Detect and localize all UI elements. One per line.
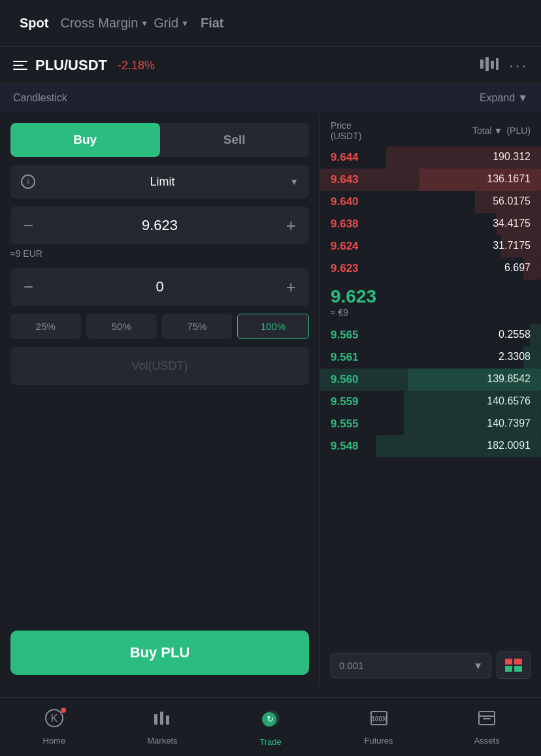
assets-label: Assets <box>474 736 500 746</box>
svg-rect-7 <box>514 666 522 672</box>
more-icon[interactable]: ··· <box>509 56 528 74</box>
order-type-dropdown[interactable]: ▼ <box>289 176 299 187</box>
table-row: 9.640 56.0175 <box>320 191 541 213</box>
nav-tab-home[interactable]: K Home <box>0 698 108 756</box>
ob-header: Price (USDT) Total ▼ (PLU) <box>320 112 541 146</box>
quantity-plus-button[interactable]: + <box>284 274 299 300</box>
nav-spot[interactable]: Spot <box>13 12 55 35</box>
table-row: 9.624 31.7175 <box>320 235 541 257</box>
sell-orders: 9.644 190.312 9.643 136.1671 9.640 56.01… <box>320 146 541 280</box>
candlestick-bar: Candlestick Expand ▼ <box>0 84 541 112</box>
table-row: 9.555 140.7397 <box>320 413 541 435</box>
table-row: 9.638 34.4175 <box>320 213 541 235</box>
bottom-nav: K Home Markets ↻ Trade <box>0 697 541 756</box>
nav-tab-futures[interactable]: 100X Futures <box>325 698 433 756</box>
table-row: 9.623 6.697 <box>320 257 541 280</box>
pct-50-button[interactable]: 50% <box>86 314 157 339</box>
markets-icon <box>153 709 171 732</box>
quantity-input-row: − + <box>10 268 309 306</box>
table-row: 9.559 140.6576 <box>320 391 541 413</box>
table-row: 9.560 139.8542 <box>320 369 541 391</box>
pair-icons: ··· <box>480 56 528 74</box>
trade-label: Trade <box>259 737 281 747</box>
svg-text:100X: 100X <box>371 715 387 723</box>
svg-rect-20 <box>483 718 491 719</box>
buy-plu-button[interactable]: Buy PLU <box>10 631 309 675</box>
hamburger-icon[interactable] <box>13 61 27 70</box>
table-row: 9.561 2.3308 <box>320 346 541 369</box>
buy-sell-tabs: Buy Sell <box>10 123 309 157</box>
chart-icon[interactable] <box>480 57 499 74</box>
buy-tab[interactable]: Buy <box>10 123 160 157</box>
svg-rect-1 <box>485 57 489 71</box>
buy-orders: 9.565 0.2558 9.561 2.3308 9.560 139.8542… <box>320 324 541 457</box>
pair-change: -2.18% <box>118 59 155 73</box>
nav-tab-markets[interactable]: Markets <box>108 698 217 756</box>
markets-label: Markets <box>147 736 177 746</box>
order-book: Price (USDT) Total ▼ (PLU) 9.644 190.312… <box>320 112 541 685</box>
svg-rect-5 <box>514 659 522 665</box>
vol-input[interactable]: Vol(USDT) <box>10 347 309 385</box>
info-icon[interactable]: i <box>21 174 35 189</box>
mid-price: 9.623 <box>331 286 376 307</box>
vol-placeholder: Vol(USDT) <box>131 359 188 373</box>
top-nav: Spot Cross Margin ▼ Grid ▼ Fiat <box>0 0 541 47</box>
price-minus-button[interactable]: − <box>21 213 36 238</box>
assets-icon <box>478 709 496 732</box>
pair-name: PLU/USDT <box>35 57 107 74</box>
nav-tab-trade[interactable]: ↻ Trade <box>216 698 325 756</box>
table-row: 9.548 182.0091 <box>320 435 541 457</box>
svg-text:K: K <box>50 713 57 724</box>
ob-price-header: Price (USDT) <box>331 120 361 141</box>
pct-75-button[interactable]: 75% <box>162 314 233 339</box>
table-row: 9.644 190.312 <box>320 146 541 169</box>
pct-row: 25% 50% 75% 100% <box>10 314 309 339</box>
svg-rect-2 <box>491 61 494 69</box>
expand-button[interactable]: Expand ▼ <box>480 92 528 104</box>
svg-rect-4 <box>505 659 512 665</box>
grid-arrow: ▼ <box>181 19 189 28</box>
sell-tab[interactable]: Sell <box>160 123 310 157</box>
futures-icon: 100X <box>370 709 388 732</box>
cross-margin-arrow: ▼ <box>140 19 148 28</box>
nav-grid[interactable]: Grid ▼ <box>154 16 189 31</box>
order-type-label: Limit <box>35 175 289 189</box>
order-type-row: i Limit ▼ <box>10 165 309 199</box>
mid-price-row: 9.623 ≈ €9 <box>320 280 541 324</box>
nav-fiat[interactable]: Fiat <box>194 12 231 35</box>
nav-tab-assets[interactable]: Assets <box>433 698 541 756</box>
price-plus-button[interactable]: + <box>284 213 299 238</box>
ob-bottom: 0.001 ▼ <box>320 645 541 685</box>
order-form: Buy Sell i Limit ▼ − + ≈9 EUR − + 25% <box>0 112 320 685</box>
ob-filter-select[interactable]: 0.001 ▼ <box>331 653 491 678</box>
svg-rect-6 <box>505 666 512 672</box>
pct-100-button[interactable]: 100% <box>237 314 309 339</box>
trade-icon: ↻ <box>260 708 281 733</box>
quantity-input[interactable] <box>36 278 284 295</box>
home-icon: K <box>45 709 63 732</box>
quantity-minus-button[interactable]: − <box>21 274 36 300</box>
pair-header: PLU/USDT -2.18% ··· <box>0 47 541 84</box>
nav-cross-margin[interactable]: Cross Margin ▼ <box>60 16 148 31</box>
main-content: Buy Sell i Limit ▼ − + ≈9 EUR − + 25% <box>0 112 541 685</box>
expand-arrow-icon: ▼ <box>517 92 528 104</box>
pct-25-button[interactable]: 25% <box>10 314 81 339</box>
svg-rect-10 <box>154 714 157 725</box>
svg-rect-12 <box>166 715 169 725</box>
futures-label: Futures <box>365 736 393 746</box>
ob-layout-button[interactable] <box>497 651 531 679</box>
approx-eur-label: ≈9 EUR <box>10 247 309 260</box>
candlestick-label: Candlestick <box>13 92 67 104</box>
svg-rect-19 <box>479 715 495 717</box>
ob-total-header: Total ▼ (PLU) <box>472 120 531 141</box>
table-row: 9.643 136.1671 <box>320 169 541 191</box>
mid-eur: ≈ €9 <box>331 307 348 318</box>
price-input[interactable] <box>36 217 284 234</box>
home-label: Home <box>42 736 65 746</box>
svg-rect-0 <box>480 59 484 69</box>
price-input-row: − + <box>10 206 309 244</box>
filter-arrow-icon: ▼ <box>473 660 483 671</box>
svg-text:↻: ↻ <box>267 714 274 724</box>
svg-rect-11 <box>160 712 163 725</box>
svg-rect-3 <box>496 58 499 70</box>
